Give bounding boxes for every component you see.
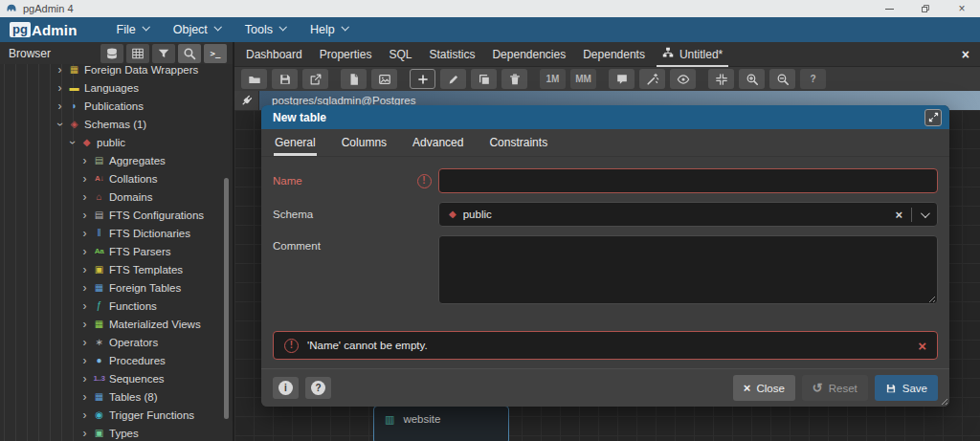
schema-select[interactable]: ◆ public × <box>438 202 938 227</box>
dialog-tab-constraints[interactable]: Constraints <box>489 129 547 156</box>
chevron-collapsed-icon[interactable]: › <box>78 428 91 439</box>
dismiss-error-icon[interactable]: × <box>918 339 926 353</box>
chevron-expanded-icon[interactable]: › <box>55 118 66 130</box>
dialog-tab-advanced[interactable]: Advanced <box>412 129 463 156</box>
tree-item-fts-templates[interactable]: ›▣FTS Templates <box>0 260 233 278</box>
save-button[interactable]: Save <box>875 375 938 401</box>
dialog-resize-handle[interactable] <box>939 396 947 405</box>
add-table-button[interactable] <box>410 69 435 89</box>
menu-object[interactable]: Object <box>161 17 233 42</box>
chevron-collapsed-icon[interactable]: › <box>78 282 91 294</box>
tree-scrollbar[interactable] <box>224 178 229 419</box>
comment-textarea[interactable] <box>438 235 938 304</box>
generate-sql-button[interactable] <box>341 69 367 89</box>
tree-item-types[interactable]: ›▣Types <box>0 424 233 441</box>
show-details-button[interactable] <box>670 69 696 89</box>
chevron-collapsed-icon[interactable]: › <box>78 409 91 421</box>
dialog-help-button[interactable]: ? <box>305 377 331 399</box>
zoom-in-button[interactable] <box>739 69 765 89</box>
chevron-collapsed-icon[interactable]: › <box>78 191 91 203</box>
save-file-button[interactable] <box>272 69 298 89</box>
drop-table-button[interactable] <box>501 69 527 89</box>
search-button[interactable] <box>178 44 201 63</box>
tree-item-materialized-views[interactable]: ›▦Materialized Views <box>0 315 233 333</box>
tree-item-foreign-data-wrappers[interactable]: ›▦Foreign Data Wrappers <box>0 64 233 78</box>
chevron-collapsed-icon[interactable]: › <box>78 264 91 276</box>
chevron-collapsed-icon[interactable]: › <box>78 173 91 185</box>
tree-item-functions[interactable]: ›ƒFunctions <box>0 297 233 315</box>
tree-item-trigger-functions[interactable]: ›◉Trigger Functions <box>0 406 233 424</box>
download-image-button[interactable] <box>371 69 397 89</box>
chevron-collapsed-icon[interactable]: › <box>78 209 91 221</box>
tree-item-collations[interactable]: ›A↓Collations <box>0 169 233 187</box>
many-to-many-button[interactable]: MM <box>570 69 596 89</box>
minimize-button[interactable] <box>871 0 907 17</box>
one-to-many-button[interactable]: 1M <box>540 69 566 89</box>
tree-item-domains[interactable]: ›⌂Domains <box>0 187 233 206</box>
chevron-collapsed-icon[interactable]: › <box>78 391 91 403</box>
chevron-collapsed-icon[interactable]: › <box>78 337 91 348</box>
tree-item-fts-dictionaries[interactable]: ›‖FTS Dictionaries <box>0 224 233 242</box>
schema-clear-icon[interactable]: × <box>895 209 902 221</box>
tab-properties[interactable]: Properties <box>311 42 381 67</box>
tree-item-fts-configurations[interactable]: ›▤FTS Configurations <box>0 206 233 224</box>
tree-item-procedures[interactable]: ›●Procedures <box>0 351 233 369</box>
dialog-header[interactable]: New table <box>261 105 949 129</box>
dialog-tab-general[interactable]: General <box>275 129 316 156</box>
zoom-out-button[interactable] <box>769 69 795 89</box>
tab-dependents[interactable]: Dependents <box>574 42 654 67</box>
dialog-tab-columns[interactable]: Columns <box>342 129 387 156</box>
chevron-collapsed-icon[interactable]: › <box>78 300 91 312</box>
grid-button[interactable] <box>126 44 149 63</box>
tab-statistics[interactable]: Statistics <box>420 42 483 67</box>
close-tab-icon[interactable]: × <box>951 47 980 62</box>
tab-untitled[interactable]: Untitled* <box>654 42 731 67</box>
filter-button[interactable] <box>152 44 175 63</box>
chevron-collapsed-icon[interactable]: › <box>78 355 91 366</box>
chevron-collapsed-icon[interactable]: › <box>54 100 66 112</box>
chevron-collapsed-icon[interactable]: › <box>78 373 91 385</box>
chevron-collapsed-icon[interactable]: › <box>78 228 91 239</box>
chevron-collapsed-icon[interactable]: › <box>78 155 91 166</box>
chevron-collapsed-icon[interactable]: › <box>78 319 91 330</box>
add-note-button[interactable] <box>609 69 635 89</box>
menu-file[interactable]: File <box>104 17 161 42</box>
dialog-expand-button[interactable] <box>924 109 942 126</box>
tab-dependencies[interactable]: Dependencies <box>483 42 574 67</box>
auto-align-button[interactable] <box>639 69 665 89</box>
servers-button[interactable] <box>100 44 123 63</box>
tree-item-sequences[interactable]: ›1..3Sequences <box>0 369 233 387</box>
menu-tools[interactable]: Tools <box>233 17 298 42</box>
tree-item-schemas-1[interactable]: ›◈Schemas (1) <box>0 115 233 133</box>
erd-table-node-website[interactable]: ▥ website <box>373 406 509 441</box>
tree-item-operators[interactable]: ›∗Operators <box>0 333 233 351</box>
tree-item-foreign-tables[interactable]: ›▦Foreign Tables <box>0 278 233 297</box>
tree-item-publications[interactable]: ›◗Publications <box>0 97 233 115</box>
tree-item-fts-parsers[interactable]: ›AaFTS Parsers <box>0 242 233 260</box>
clone-table-button[interactable] <box>471 69 497 89</box>
tree-item-languages[interactable]: ›▬Languages <box>0 78 233 97</box>
chevron-down-icon[interactable] <box>921 209 930 218</box>
tab-dashboard[interactable]: Dashboard <box>237 42 311 67</box>
chevron-collapsed-icon[interactable]: › <box>78 246 91 257</box>
chevron-collapsed-icon[interactable]: › <box>54 82 66 94</box>
tab-sql[interactable]: SQL <box>380 42 420 67</box>
name-input[interactable] <box>438 168 938 193</box>
close-button[interactable]: ×Close <box>733 375 795 401</box>
terminal-button[interactable]: >_ <box>204 44 227 63</box>
restore-button[interactable] <box>907 0 944 17</box>
menu-help[interactable]: Help <box>298 17 360 42</box>
zoom-to-fit-button[interactable] <box>708 69 734 89</box>
tree-item-tables-8[interactable]: ›▦Tables (8) <box>0 387 233 406</box>
tree-item-aggregates[interactable]: ›▤Aggregates <box>0 151 233 169</box>
tree-item-public[interactable]: ›◆public <box>0 133 233 151</box>
edit-table-button[interactable] <box>440 69 466 89</box>
open-file-button[interactable] <box>241 69 267 89</box>
sql-info-button[interactable]: i <box>273 377 299 399</box>
reset-button[interactable]: ↺Reset <box>802 375 868 401</box>
chevron-expanded-icon[interactable]: › <box>67 136 78 148</box>
help-button[interactable]: ? <box>800 69 826 89</box>
chevron-collapsed-icon[interactable]: › <box>54 64 66 76</box>
close-window-button[interactable]: × <box>944 0 980 17</box>
save-as-button[interactable] <box>302 69 328 89</box>
